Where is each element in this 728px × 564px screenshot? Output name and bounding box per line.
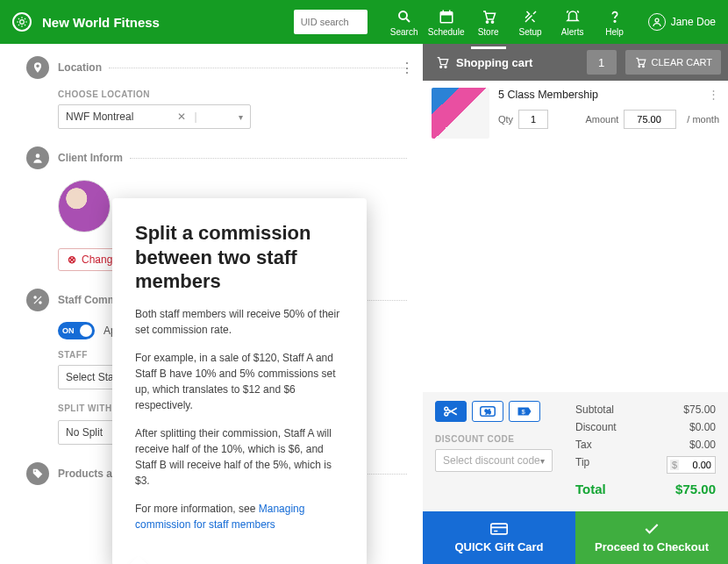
nav-search[interactable]: Search [383,8,425,37]
choose-location-label: CHOOSE LOCATION [58,89,407,99]
clear-cart-button[interactable]: CLEAR CART [625,50,721,75]
percent-icon [26,289,49,311]
nav-store[interactable]: Store [467,8,510,37]
cart-item-name: 5 Class Membership [498,89,598,101]
svg-point-13 [445,66,446,68]
tools-icon [523,8,539,25]
top-header: New World Fitness Search Schedule Store … [0,0,728,44]
section-location: Location CHOOSE LOCATION NWF Montreal ✕ … [26,56,407,129]
cart-item-menu-kebab-icon[interactable]: ⋮ [708,88,719,101]
brand-name: New World Fitness [42,15,160,30]
cart-header: Shopping cart 1 CLEAR CART [423,44,728,81]
client-avatar [58,180,111,232]
left-panel: ⋮ Location CHOOSE LOCATION NWF Montreal … [0,44,423,564]
discount-code-select[interactable]: Select discount code ▾ [435,449,553,472]
search-icon [396,8,412,25]
svg-point-11 [34,470,36,472]
location-pin-icon [26,56,49,79]
svg-point-5 [491,20,493,22]
cart-amount-input[interactable] [624,110,676,129]
svg-rect-21 [491,524,507,534]
cart-count: 1 [587,50,617,75]
promo-percent-button[interactable]: % [472,401,503,422]
nav-setup[interactable]: Setup [510,8,552,37]
svg-point-6 [614,20,616,22]
bell-icon [565,8,581,25]
svg-point-15 [642,66,644,68]
svg-point-0 [20,20,25,25]
check-icon [643,523,660,537]
proceed-checkout-button[interactable]: Proceed to Checkout [575,511,728,564]
cart-title: Shopping cart [456,56,532,69]
svg-point-4 [486,20,488,22]
calendar-icon [439,8,454,25]
svg-rect-3 [440,11,453,15]
person-icon [26,146,49,169]
close-icon: ⊗ [68,253,76,266]
discount-code-label: DISCOUNT CODE [435,434,553,444]
popover-title: Split a commission between two staff mem… [135,221,344,294]
svg-text:%: % [485,408,491,416]
nav-schedule[interactable]: Schedule [425,8,467,37]
chevron-down-icon: ▾ [239,112,243,122]
tag-icon [26,462,49,485]
cart-item: 5 Class Membership ⋮ Qty Amount $ / mont… [423,81,728,146]
user-menu[interactable]: Jane Doe [648,13,716,31]
brand-logo [12,12,32,32]
user-avatar-icon [648,13,666,31]
gift-card-icon [490,523,508,537]
nav-alerts[interactable]: Alerts [552,8,594,37]
split-with-label: SPLIT WITH [58,403,112,413]
quick-gift-card-button[interactable]: QUICK Gift Card [423,511,575,564]
promo-scissor-button[interactable] [435,401,467,422]
commission-toggle[interactable]: ON [58,322,95,339]
svg-point-12 [440,66,442,68]
cart-icon [481,8,496,25]
svg-point-14 [638,66,639,68]
svg-point-10 [39,301,42,304]
user-name: Jane Doe [671,16,716,28]
cart-item-thumb [432,88,489,139]
promo-dollar-button[interactable]: $ [509,401,540,422]
clear-location-icon[interactable]: ✕ [172,111,191,123]
cart-footer: % $ DISCOUNT CODE Select discount code ▾… [423,392,728,564]
svg-point-7 [655,18,659,22]
cart-totals: Subtotal$75.00 Discount$0.00 Tax$0.00 Ti… [575,401,716,499]
split-commission-popover: Split a commission between two staff mem… [112,198,367,564]
panel-menu-kebab-icon[interactable]: ⋮ [400,60,414,76]
nav-help[interactable]: Help [594,8,636,37]
help-icon [608,8,622,25]
svg-point-9 [33,296,37,299]
chevron-down-icon: ▾ [540,456,545,466]
location-select[interactable]: NWF Montreal ✕ | ▾ [58,104,251,129]
clear-cart-icon [634,56,646,68]
uid-search-input[interactable] [294,10,368,34]
cart-qty-input[interactable] [518,110,548,129]
cart-panel: Shopping cart 1 CLEAR CART 5 Class Membe… [423,44,728,564]
svg-point-1 [399,11,407,19]
svg-point-8 [36,153,40,158]
cart-icon [435,55,449,69]
